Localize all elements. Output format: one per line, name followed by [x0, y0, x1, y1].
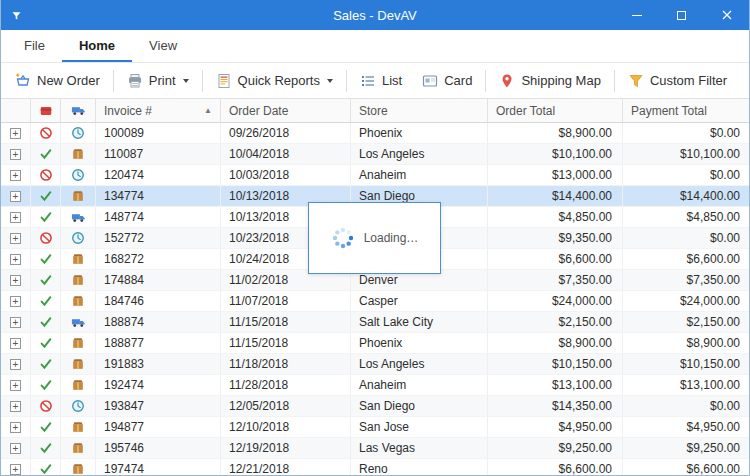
expand-button[interactable]: [10, 212, 21, 223]
close-button[interactable]: [704, 0, 749, 30]
payment-total-cell: $4,850.00: [623, 207, 749, 228]
header-expand-column: [1, 99, 31, 122]
store-cell: Phoenix: [351, 123, 488, 144]
store-cell: San Diego: [351, 396, 488, 417]
table-row[interactable]: 194877 12/10/2018 San Jose $4,950.00 $4,…: [1, 417, 749, 438]
table-row[interactable]: 192474 11/28/2018 Anaheim $13,100.00 $13…: [1, 375, 749, 396]
order-total-cell: $2,150.00: [488, 312, 623, 333]
clock-icon: [71, 168, 85, 182]
expand-cell: [1, 165, 31, 186]
paid-check-icon: [39, 336, 53, 350]
expand-button[interactable]: [10, 296, 21, 307]
expand-button[interactable]: [10, 338, 21, 349]
expand-button[interactable]: [10, 149, 21, 160]
header-invoice[interactable]: Invoice # ▲: [96, 99, 221, 122]
quick-reports-button[interactable]: Quick Reports: [206, 67, 343, 95]
header-order-total[interactable]: Order Total: [488, 99, 623, 122]
package-box-icon: [71, 441, 85, 455]
unpaid-prohibited-icon: [39, 231, 53, 245]
shipping-map-button[interactable]: Shipping Map: [489, 67, 611, 95]
expand-button[interactable]: [10, 317, 21, 328]
expand-button[interactable]: [10, 359, 21, 370]
header-store[interactable]: Store: [351, 99, 488, 122]
expand-button[interactable]: [10, 254, 21, 265]
shipment-status-cell: [61, 375, 96, 396]
truck-icon: [71, 315, 86, 330]
expand-cell: [1, 270, 31, 291]
package-box-icon: [71, 420, 85, 434]
payment-total-cell: $0.00: [623, 123, 749, 144]
tab-view[interactable]: View: [132, 30, 194, 62]
paid-check-icon: [39, 252, 53, 266]
store-cell: Anaheim: [351, 165, 488, 186]
invoice-cell: 120474: [96, 165, 221, 186]
tab-home[interactable]: Home: [62, 30, 132, 62]
new-order-icon: [15, 73, 31, 89]
print-button[interactable]: Print: [117, 67, 199, 95]
table-row[interactable]: 100089 09/26/2018 Phoenix $8,900.00 $0.0…: [1, 123, 749, 144]
header-shipment-status-column[interactable]: [61, 99, 96, 122]
table-row[interactable]: 120474 10/03/2018 Anaheim $13,000.00 $0.…: [1, 165, 749, 186]
expand-button[interactable]: [10, 443, 21, 454]
expand-button[interactable]: [10, 170, 21, 181]
tab-file[interactable]: File: [7, 30, 62, 62]
custom-filter-button[interactable]: Custom Filter: [618, 67, 737, 95]
expand-button[interactable]: [10, 422, 21, 433]
header-order-date[interactable]: Order Date: [221, 99, 351, 122]
order-total-cell: $9,250.00: [488, 438, 623, 459]
new-order-button[interactable]: New Order: [5, 67, 110, 95]
invoice-cell: 188877: [96, 333, 221, 354]
payment-card-icon: [39, 104, 53, 118]
toolbar-separator: [113, 70, 114, 92]
card-view-button[interactable]: Card: [412, 67, 482, 95]
order-total-cell: $10,150.00: [488, 354, 623, 375]
shipment-status-cell: [61, 228, 96, 249]
maximize-button[interactable]: [659, 0, 704, 30]
header-payment-total[interactable]: Payment Total: [623, 99, 749, 122]
table-row[interactable]: 197474 12/21/2018 Reno $6,600.00 $6,600.…: [1, 459, 749, 475]
order-total-cell: $13,100.00: [488, 375, 623, 396]
table-row[interactable]: 193847 12/05/2018 San Diego $14,350.00 $…: [1, 396, 749, 417]
shipment-status-cell: [61, 186, 96, 207]
expand-button[interactable]: [10, 191, 21, 202]
table-row[interactable]: 191883 11/18/2018 Los Angeles $10,150.00…: [1, 354, 749, 375]
payment-total-cell: $9,250.00: [623, 438, 749, 459]
table-row[interactable]: 195746 12/19/2018 Las Vegas $9,250.00 $9…: [1, 438, 749, 459]
order-total-cell: $7,350.00: [488, 270, 623, 291]
expand-button[interactable]: [10, 464, 21, 475]
expand-cell: [1, 354, 31, 375]
minimize-button[interactable]: [614, 0, 659, 30]
invoice-cell: 152772: [96, 228, 221, 249]
maximize-icon: [677, 11, 686, 20]
payment-total-cell: $0.00: [623, 396, 749, 417]
payment-total-cell: $8,900.00: [623, 333, 749, 354]
store-cell: Anaheim: [351, 375, 488, 396]
expand-button[interactable]: [10, 380, 21, 391]
table-row[interactable]: 188874 11/15/2018 Salt Lake City $2,150.…: [1, 312, 749, 333]
payment-status-cell: [31, 186, 61, 207]
list-view-button[interactable]: List: [350, 67, 412, 95]
order-total-cell: $6,600.00: [488, 459, 623, 475]
order-date-cell: 11/15/2018: [221, 333, 351, 354]
table-row[interactable]: 110087 10/04/2018 Los Angeles $10,100.00…: [1, 144, 749, 165]
expand-button[interactable]: [10, 233, 21, 244]
expand-button[interactable]: [10, 128, 21, 139]
package-box-icon: [71, 147, 85, 161]
header-payment-status-column[interactable]: [31, 99, 61, 122]
shipment-status-cell: [61, 438, 96, 459]
invoice-cell: 191883: [96, 354, 221, 375]
expand-cell: [1, 144, 31, 165]
table-row[interactable]: 184746 11/07/2018 Casper $24,000.00 $24,…: [1, 291, 749, 312]
grid-header-row: Invoice # ▲ Order Date Store Order Total…: [1, 99, 749, 123]
table-row[interactable]: 188877 11/15/2018 Phoenix $8,900.00 $8,9…: [1, 333, 749, 354]
payment-status-cell: [31, 459, 61, 475]
expand-button[interactable]: [10, 275, 21, 286]
expand-cell: [1, 396, 31, 417]
expand-button[interactable]: [10, 401, 21, 412]
app-icon[interactable]: [1, 9, 31, 22]
store-cell: Los Angeles: [351, 354, 488, 375]
toolbar-separator: [346, 70, 347, 92]
package-box-icon: [71, 189, 85, 203]
shipment-status-cell: [61, 333, 96, 354]
order-date-cell: 12/21/2018: [221, 459, 351, 475]
